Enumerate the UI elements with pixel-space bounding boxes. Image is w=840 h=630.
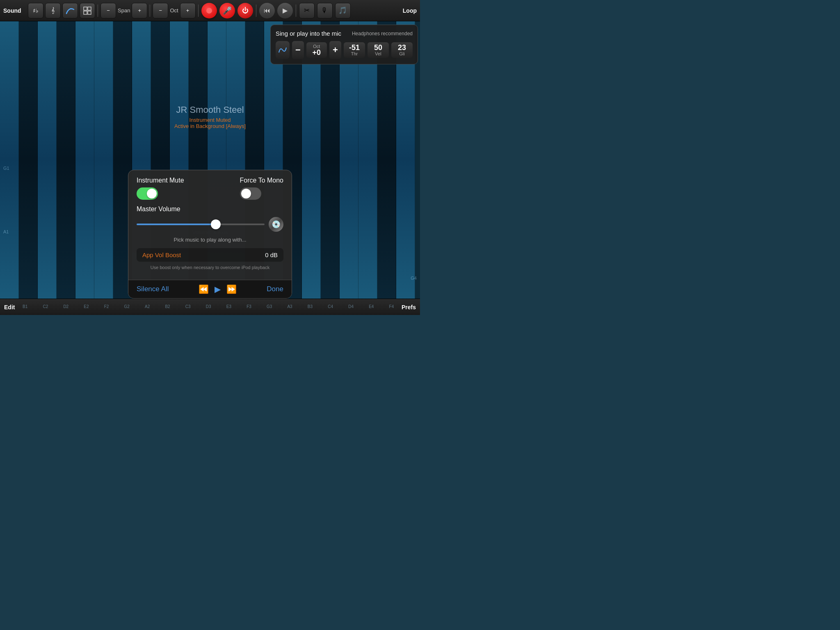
oct-minus-btn[interactable]: − [292, 41, 304, 59]
gli-button[interactable]: 23 Gli [391, 42, 413, 58]
bottom-key-label-11: F3 [247, 304, 251, 309]
volume-track[interactable] [137, 224, 265, 225]
mic-icon: 🎤 [223, 6, 232, 15]
svg-rect-2 [84, 11, 87, 14]
thr-value: -51 [347, 44, 362, 51]
boost-hint: Use boost only when necessary to overcom… [137, 265, 283, 270]
key-stripe-0[interactable] [0, 21, 19, 299]
mic-note-button[interactable] [276, 41, 290, 59]
rewind-icon: ⏮ [264, 7, 270, 14]
settings-bottom-bar: Silence All ⏪ ▶ ⏩ Done [128, 280, 292, 298]
instrument-mute-label: Instrument Mute [137, 177, 184, 184]
main-toolbar: Sound ♯♭ 𝄞 − Span + − Oct + [0, 0, 420, 21]
thr-button[interactable]: -51 Thr [344, 42, 365, 58]
curve-icon [66, 6, 75, 15]
bottom-key-label-16: D4 [348, 304, 354, 309]
key-stripe-4[interactable] [75, 21, 94, 299]
volume-knob[interactable] [211, 219, 221, 229]
key-label-g4: G4 [411, 276, 417, 281]
curve-button[interactable] [62, 3, 78, 18]
volume-slider-row: 💿 [137, 217, 283, 232]
play-transport-icon: ▶ [215, 285, 221, 294]
separator-1 [98, 5, 98, 17]
boost-label: App Vol Boost [142, 251, 181, 258]
rewind-transport-icon: ⏪ [199, 285, 209, 294]
pick-music-row: Pick music to play along with... [137, 236, 283, 243]
oct-label: Oct [170, 7, 178, 14]
music-wave-icon [278, 45, 288, 55]
force-mono-group: Force To Mono [240, 177, 283, 200]
play-icon: ▶ [283, 7, 288, 14]
plus-icon: + [333, 45, 338, 55]
prefs-button[interactable]: Prefs [402, 304, 416, 310]
bottom-key-labels-bar: B1C2D2E2F2G2A2B2C3D3E3F3G3A3B3C4D4E4F4 [15, 304, 402, 310]
separator-5 [296, 5, 296, 17]
grid-button[interactable] [80, 3, 95, 18]
instrument-mute-toggle[interactable] [137, 187, 158, 200]
pick-music-text: Pick music to play along with... [173, 237, 246, 243]
bottom-key-label-10: E3 [226, 304, 231, 309]
mic-popup: Sing or play into the mic Headphones rec… [270, 25, 418, 64]
notation-icon: 𝄞 [51, 7, 55, 14]
rewind-transport-button[interactable]: ⏪ [199, 284, 209, 294]
minus-icon: − [107, 7, 110, 14]
notation-button[interactable]: 𝄞 [45, 3, 61, 18]
fastforward-transport-icon: ⏩ [226, 285, 237, 294]
oct-value: +0 [310, 49, 324, 56]
svg-rect-0 [84, 7, 87, 10]
loop-label: Loop [403, 7, 417, 14]
sharp-flat-icon: ♯♭ [33, 7, 39, 14]
power-icon: ⏻ [242, 7, 249, 14]
gli-label: Gli [395, 51, 409, 56]
oct-plus-btn[interactable]: + [329, 41, 341, 59]
span-label: Span [118, 7, 130, 14]
mic-popup-controls: − Oct +0 + -51 Thr 50 Vel 23 Gli [276, 41, 413, 59]
key-stripe-2[interactable] [38, 21, 57, 299]
force-mono-toggle[interactable] [240, 187, 261, 200]
silence-all-button[interactable]: Silence All [137, 285, 169, 293]
bottom-key-label-6: A2 [145, 304, 150, 309]
play-button[interactable]: ▶ [277, 3, 293, 18]
gli-value: 23 [395, 44, 409, 51]
fastforward-transport-button[interactable]: ⏩ [226, 284, 237, 294]
boost-row: App Vol Boost 0 dB [137, 248, 283, 262]
scissors-button[interactable]: ✂ [299, 3, 315, 18]
key-stripe-5[interactable] [94, 21, 113, 299]
span-minus-button[interactable]: − [100, 3, 116, 18]
play-transport-button[interactable]: ▶ [215, 284, 221, 294]
bottom-key-label-13: A3 [287, 304, 292, 309]
done-button[interactable]: Done [267, 285, 283, 293]
key-stripe-1[interactable] [19, 21, 38, 299]
minus-icon: − [295, 45, 301, 55]
oct-minus-button[interactable]: − [153, 3, 168, 18]
vel-label: Vel [371, 51, 386, 56]
music-note-button[interactable]: 🎵 [335, 3, 351, 18]
mic2-button[interactable]: 🎙 [317, 3, 333, 18]
separator-3 [198, 5, 199, 17]
oct-plus-button[interactable]: + [180, 3, 196, 18]
vel-button[interactable]: 50 Vel [368, 42, 389, 58]
plus-icon: + [138, 7, 142, 14]
rewind-button[interactable]: ⏮ [259, 3, 275, 18]
span-plus-button[interactable]: + [132, 3, 147, 18]
separator-2 [150, 5, 150, 17]
oct-minus-icon: − [159, 7, 162, 14]
bottom-bar: Edit B1C2D2E2F2G2A2B2C3D3E3F3G3A3B3C4D4E… [0, 299, 420, 315]
oct-display: Oct +0 [306, 42, 327, 58]
bottom-key-label-3: E2 [84, 304, 89, 309]
key-stripe-3[interactable] [57, 21, 75, 299]
sharp-flat-button[interactable]: ♯♭ [28, 3, 43, 18]
record-button[interactable] [201, 3, 217, 18]
bottom-key-label-17: E4 [369, 304, 374, 309]
bottom-key-label-5: G2 [124, 304, 130, 309]
bottom-key-label-9: D3 [206, 304, 211, 309]
power-button[interactable]: ⏻ [237, 3, 253, 18]
mic-button[interactable]: 🎤 [219, 3, 235, 18]
edit-button[interactable]: Edit [4, 304, 15, 310]
bottom-key-label-0: B1 [23, 304, 27, 309]
pick-music-button[interactable]: 💿 [269, 217, 283, 232]
key-label-a1: A1 [3, 229, 9, 234]
toggles-row: Instrument Mute Force To Mono [137, 177, 283, 200]
bottom-key-label-14: B3 [308, 304, 313, 309]
grid-icon [83, 7, 91, 15]
